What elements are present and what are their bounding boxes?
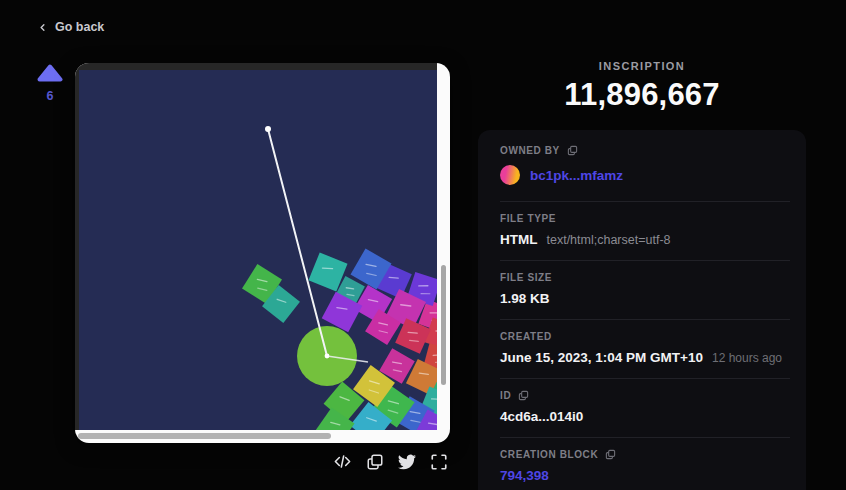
copy-icon[interactable] [567, 145, 578, 156]
upvote-triangle-icon[interactable] [37, 64, 63, 86]
detail-label: CREATION BLOCK [500, 449, 598, 460]
copy-icon[interactable] [518, 390, 529, 401]
detail-row-owned-by: OWNED BY bc1pk...mfamz [478, 130, 806, 201]
inscription-artwork[interactable] [79, 70, 437, 430]
detail-label: FILE SIZE [500, 272, 552, 283]
detail-label: ID [500, 390, 511, 401]
details-card: OWNED BY bc1pk...mfamz FILE TYPE HTML te… [478, 130, 806, 490]
detail-label: CREATED [500, 331, 552, 342]
upvote-control[interactable]: 6 [35, 64, 65, 103]
created-relative-time: 12 hours ago [712, 351, 782, 365]
creation-block-link[interactable]: 794,398 [500, 468, 549, 483]
preview-toolbar [75, 452, 448, 471]
fullscreen-icon[interactable] [429, 452, 448, 471]
file-type-mime: text/html;charset=utf-8 [547, 233, 671, 247]
owner-address-link[interactable]: bc1pk...mfamz [530, 168, 623, 183]
detail-row-file-type: FILE TYPE HTML text/html;charset=utf-8 [478, 201, 806, 260]
detail-label: OWNED BY [500, 145, 560, 156]
copy-icon[interactable] [605, 449, 616, 460]
go-back-label: Go back [55, 20, 104, 34]
detail-label: FILE TYPE [500, 213, 556, 224]
detail-row-creation-block: CREATION BLOCK 794,398 [478, 437, 806, 490]
file-size-value: 1.98 KB [500, 291, 550, 306]
go-back-button[interactable]: Go back [37, 20, 104, 34]
horizontal-scrollbar-thumb[interactable] [78, 433, 331, 439]
chevron-left-icon [37, 22, 48, 33]
vote-count: 6 [47, 89, 54, 103]
code-icon[interactable] [333, 452, 352, 471]
detail-row-file-size: FILE SIZE 1.98 KB [478, 260, 806, 319]
created-value: June 15, 2023, 1:04 PM GMT+10 [500, 350, 703, 365]
inscription-preview-frame [75, 63, 450, 443]
inscription-page: { "nav": { "back_label": "Go back" }, "v… [0, 0, 846, 490]
detail-row-created: CREATED June 15, 2023, 1:04 PM GMT+10 12… [478, 319, 806, 378]
inscription-header: INSCRIPTION 11,896,667 [478, 60, 806, 113]
owner-avatar [500, 165, 520, 185]
preview-viewport [75, 63, 437, 430]
inscription-label: INSCRIPTION [478, 60, 806, 72]
copy-icon[interactable] [365, 452, 384, 471]
twitter-icon[interactable] [397, 452, 416, 471]
file-type-value: HTML [500, 232, 538, 247]
detail-row-id: ID 4cd6a...014i0 [478, 378, 806, 437]
inscription-number: 11,896,667 [478, 77, 806, 113]
inscription-id-value: 4cd6a...014i0 [500, 409, 583, 424]
vertical-scrollbar-thumb[interactable] [441, 265, 446, 385]
